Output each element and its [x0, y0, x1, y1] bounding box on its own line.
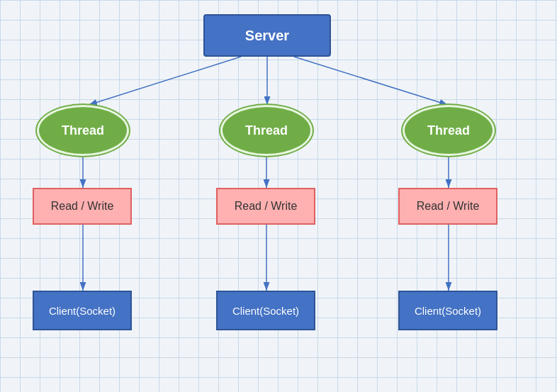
thread-left-label: Thread	[62, 123, 104, 138]
client-left-label: Client(Socket)	[49, 305, 116, 317]
thread-ellipse-left: Thread	[37, 105, 129, 156]
client-right-label: Client(Socket)	[415, 305, 481, 317]
client-middle-label: Client(Socket)	[232, 305, 299, 317]
server-box: Server	[203, 14, 331, 57]
thread-right-label: Thread	[427, 123, 470, 138]
client-box-left: Client(Socket)	[33, 291, 132, 330]
rw-box-left: Read / Write	[33, 188, 132, 225]
svg-line-3	[294, 57, 448, 105]
thread-ellipse-middle: Thread	[220, 105, 313, 156]
rw-box-right: Read / Write	[398, 188, 497, 225]
server-label: Server	[245, 28, 289, 44]
svg-line-1	[89, 57, 241, 105]
client-box-middle: Client(Socket)	[216, 291, 315, 330]
client-box-right: Client(Socket)	[398, 291, 497, 330]
rw-middle-label: Read / Write	[235, 200, 298, 213]
thread-ellipse-right: Thread	[403, 105, 495, 156]
diagram-container: Server Thread Thread Thread Read / Write…	[0, 0, 557, 392]
rw-right-label: Read / Write	[417, 200, 480, 213]
thread-middle-label: Thread	[245, 123, 288, 138]
rw-left-label: Read / Write	[51, 200, 114, 213]
rw-box-middle: Read / Write	[216, 188, 315, 225]
